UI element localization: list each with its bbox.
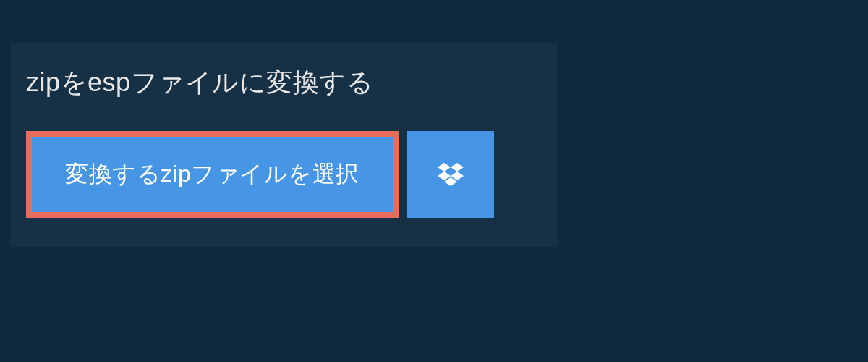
select-file-button[interactable]: 変換するzipファイルを選択: [26, 131, 399, 218]
select-file-label: 変換するzipファイルを選択: [65, 159, 359, 190]
dropbox-button[interactable]: [407, 131, 494, 218]
button-row: 変換するzipファイルを選択: [26, 131, 542, 218]
page-title: zipをespファイルに変換する: [26, 65, 542, 101]
dropbox-icon: [438, 163, 464, 186]
converter-panel: zipをespファイルに変換する 変換するzipファイルを選択: [10, 43, 558, 247]
